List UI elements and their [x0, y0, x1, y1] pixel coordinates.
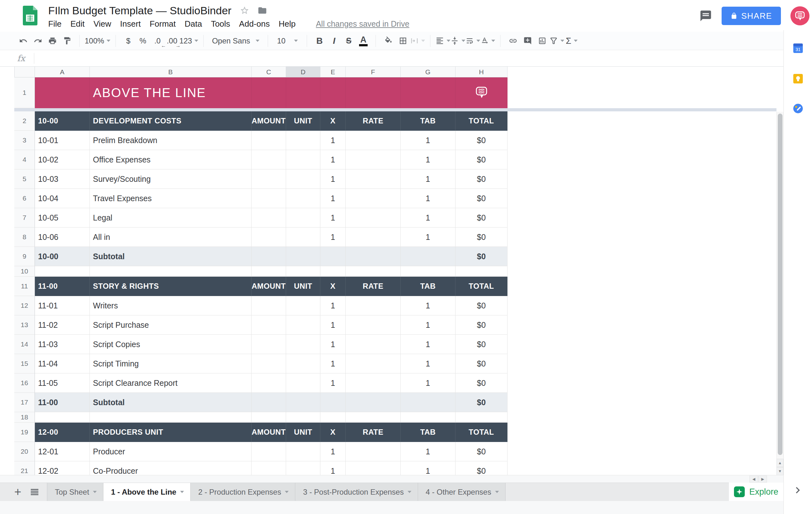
cell-H12[interactable]: $0: [456, 296, 508, 315]
cell-B15[interactable]: Script Timing: [90, 354, 252, 373]
insert-link-button[interactable]: [505, 33, 520, 49]
cell-D21[interactable]: [286, 461, 320, 475]
cell-H13[interactable]: $0: [456, 315, 508, 335]
cell-D6[interactable]: [286, 189, 320, 208]
cell-G3[interactable]: 1: [401, 131, 456, 150]
cell-C18[interactable]: [252, 412, 286, 423]
row-header-8[interactable]: 8: [14, 228, 35, 247]
cell-C20[interactable]: [252, 442, 286, 461]
cell-H18[interactable]: [456, 412, 508, 423]
menu-insert[interactable]: Insert: [120, 19, 141, 29]
row-header-18[interactable]: 18: [14, 412, 35, 423]
cell-A5[interactable]: 10-03: [35, 169, 90, 189]
cell-G1[interactable]: [401, 78, 456, 108]
cell-C9[interactable]: [252, 247, 286, 266]
document-title[interactable]: FIlm Budget Template — StudioBinder: [48, 4, 232, 17]
cell-G21[interactable]: 1: [401, 461, 456, 475]
move-folder-icon[interactable]: [258, 6, 267, 15]
cell-E19[interactable]: X: [320, 423, 346, 442]
redo-button[interactable]: [30, 33, 45, 49]
row-header-15[interactable]: 15: [14, 354, 35, 373]
row-header-11[interactable]: 11: [14, 277, 35, 296]
cell-F14[interactable]: [346, 335, 401, 354]
cell-G7[interactable]: 1: [401, 208, 456, 228]
cell-F18[interactable]: [346, 412, 401, 423]
google-keep-icon[interactable]: [793, 74, 803, 83]
cell-B19[interactable]: PRODUCERS UNIT: [90, 423, 252, 442]
scroll-up-button[interactable]: ▲: [777, 459, 783, 467]
cell-H8[interactable]: $0: [456, 228, 508, 247]
cell-C21[interactable]: [252, 461, 286, 475]
cell-H10[interactable]: [456, 266, 508, 277]
cell-F6[interactable]: [346, 189, 401, 208]
sheet-tab-4-other-expenses[interactable]: 4 - Other Expenses: [418, 483, 505, 501]
cell-A14[interactable]: 11-03: [35, 335, 90, 354]
scroll-down-button[interactable]: ▼: [777, 467, 783, 475]
cell-F12[interactable]: [346, 296, 401, 315]
cell-E13[interactable]: 1: [320, 315, 346, 335]
cell-H1[interactable]: [456, 78, 508, 108]
sheet-tab-top-sheet[interactable]: Top Sheet: [47, 483, 104, 501]
font-family-select[interactable]: Open Sans: [209, 33, 263, 49]
menu-edit[interactable]: Edit: [70, 19, 85, 29]
print-button[interactable]: [45, 33, 60, 49]
cell-A18[interactable]: [35, 412, 90, 423]
cell-D4[interactable]: [286, 150, 320, 169]
cell-C19[interactable]: AMOUNT: [252, 423, 286, 442]
sheet-tab-3-post-production-expenses[interactable]: 3 - Post-Production Expenses: [295, 483, 418, 501]
google-tasks-icon[interactable]: [793, 104, 803, 113]
insert-comment-button[interactable]: [520, 33, 535, 49]
cell-H14[interactable]: $0: [456, 335, 508, 354]
text-wrap-button[interactable]: [465, 33, 480, 49]
cell-D10[interactable]: [286, 266, 320, 277]
format-percent-button[interactable]: %: [136, 33, 150, 49]
cell-E7[interactable]: 1: [320, 208, 346, 228]
cell-D8[interactable]: [286, 228, 320, 247]
cell-A7[interactable]: 10-05: [35, 208, 90, 228]
cell-E9[interactable]: [320, 247, 346, 266]
cell-E14[interactable]: 1: [320, 335, 346, 354]
insert-chart-button[interactable]: [535, 33, 549, 49]
cell-H21[interactable]: $0: [456, 461, 508, 475]
cell-E5[interactable]: 1: [320, 169, 346, 189]
cell-E16[interactable]: 1: [320, 373, 346, 393]
cell-F8[interactable]: [346, 228, 401, 247]
strikethrough-button[interactable]: S: [341, 33, 356, 49]
cell-G10[interactable]: [401, 266, 456, 277]
functions-button[interactable]: Σ: [564, 33, 579, 49]
cell-E1[interactable]: [320, 78, 346, 108]
cell-D5[interactable]: [286, 169, 320, 189]
cell-H7[interactable]: $0: [456, 208, 508, 228]
cell-F17[interactable]: [346, 393, 401, 412]
cell-B21[interactable]: Co-Producer: [90, 461, 252, 475]
cell-D14[interactable]: [286, 335, 320, 354]
cell-D3[interactable]: [286, 131, 320, 150]
cell-G20[interactable]: 1: [401, 442, 456, 461]
menu-help[interactable]: Help: [279, 19, 295, 29]
column-header-F[interactable]: F: [346, 67, 401, 78]
cell-H15[interactable]: $0: [456, 354, 508, 373]
cell-D20[interactable]: [286, 442, 320, 461]
cell-F9[interactable]: [346, 247, 401, 266]
cell-G5[interactable]: 1: [401, 169, 456, 189]
scroll-left-button[interactable]: ◀: [750, 476, 758, 483]
column-header-A[interactable]: A: [35, 67, 90, 78]
cell-A21[interactable]: 12-02: [35, 461, 90, 475]
cell-B13[interactable]: Script Purchase: [90, 315, 252, 335]
cell-B7[interactable]: Legal: [90, 208, 252, 228]
cell-D16[interactable]: [286, 373, 320, 393]
google-sheets-icon[interactable]: [23, 6, 37, 25]
cell-B6[interactable]: Travel Expenses: [90, 189, 252, 208]
column-header-G[interactable]: G: [401, 67, 456, 78]
cell-C14[interactable]: [252, 335, 286, 354]
row-header-12[interactable]: 12: [14, 296, 35, 315]
vertical-scrollbar[interactable]: [777, 112, 783, 459]
cell-G15[interactable]: 1: [401, 354, 456, 373]
cell-A3[interactable]: 10-01: [35, 131, 90, 150]
cell-B12[interactable]: Writers: [90, 296, 252, 315]
cell-G18[interactable]: [401, 412, 456, 423]
cell-C6[interactable]: [252, 189, 286, 208]
menu-addons[interactable]: Add-ons: [239, 19, 270, 29]
cell-H4[interactable]: $0: [456, 150, 508, 169]
cell-G2[interactable]: TAB: [401, 111, 456, 131]
